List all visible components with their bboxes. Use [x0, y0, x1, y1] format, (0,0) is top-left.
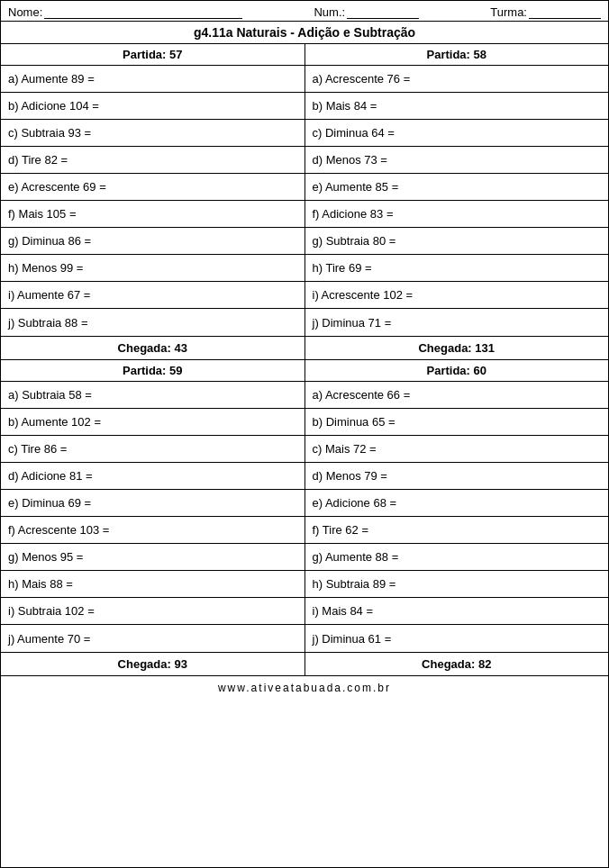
list-item: a) Acrescente 76 = [305, 66, 609, 93]
nome-underline [44, 5, 242, 19]
list-item: i) Subtraia 102 = [1, 598, 304, 625]
turma-underline [529, 5, 601, 19]
list-item: e) Diminua 69 = [1, 490, 304, 517]
chegada-2-col1: Chegada: 93 [1, 653, 305, 675]
list-item: b) Diminua 65 = [305, 409, 609, 436]
section2-col1: Partida: 59 a) Subtraia 58 = b) Aumente … [1, 360, 305, 652]
list-item: i) Mais 84 = [305, 598, 609, 625]
section2-col2: Partida: 60 a) Acrescente 66 = b) Diminu… [305, 360, 609, 652]
num-field: Num.: [314, 5, 419, 19]
list-item: f) Tire 62 = [305, 517, 609, 544]
turma-label: Turma: [490, 5, 527, 19]
list-item: c) Subtraia 93 = [1, 120, 304, 147]
chegada-row-1: Chegada: 43 Chegada: 131 [1, 337, 608, 360]
list-item: g) Subtraia 80 = [305, 228, 609, 255]
list-item: i) Acrescente 102 = [305, 282, 609, 309]
page-title: g4.11a Naturais - Adição e Subtração [1, 22, 608, 44]
page: Nome: Num.: Turma: g4.11a Naturais - Adi… [0, 0, 609, 868]
list-item: b) Mais 84 = [305, 93, 609, 120]
chegada-2-col2: Chegada: 82 [305, 653, 609, 675]
footer: www.ativeatabuada.com.br [1, 676, 608, 698]
list-item: d) Menos 73 = [305, 147, 609, 174]
list-item: b) Aumente 102 = [1, 409, 304, 436]
list-item: h) Subtraia 89 = [305, 571, 609, 598]
list-item: d) Adicione 81 = [1, 463, 304, 490]
list-item: j) Aumente 70 = [1, 625, 304, 652]
list-item: a) Subtraia 58 = [1, 382, 304, 409]
list-item: c) Mais 72 = [305, 436, 609, 463]
list-item: c) Tire 86 = [1, 436, 304, 463]
list-item: f) Adicione 83 = [305, 201, 609, 228]
list-item: g) Aumente 88 = [305, 544, 609, 571]
nome-label: Nome: [8, 5, 42, 19]
list-item: e) Adicione 68 = [305, 490, 609, 517]
turma-field: Turma: [490, 5, 601, 19]
section1-col1-partida: Partida: 57 [1, 44, 304, 66]
list-item: e) Aumente 85 = [305, 174, 609, 201]
section1-col2: Partida: 58 a) Acrescente 76 = b) Mais 8… [305, 44, 609, 336]
chegada-1-col1: Chegada: 43 [1, 337, 305, 359]
list-item: h) Tire 69 = [305, 255, 609, 282]
section2-col1-partida: Partida: 59 [1, 360, 304, 382]
list-item: j) Diminua 71 = [305, 309, 609, 336]
list-item: a) Aumente 89 = [1, 66, 304, 93]
nome-field: Nome: [8, 5, 242, 19]
list-item: a) Acrescente 66 = [305, 382, 609, 409]
section-2: Partida: 59 a) Subtraia 58 = b) Aumente … [1, 360, 608, 653]
list-item: g) Menos 95 = [1, 544, 304, 571]
list-item: i) Aumente 67 = [1, 282, 304, 309]
chegada-row-2: Chegada: 93 Chegada: 82 [1, 653, 608, 676]
list-item: f) Acrescente 103 = [1, 517, 304, 544]
num-label: Num.: [314, 5, 345, 19]
list-item: h) Menos 99 = [1, 255, 304, 282]
num-underline [347, 5, 419, 19]
list-item: d) Tire 82 = [1, 147, 304, 174]
list-item: j) Diminua 61 = [305, 625, 609, 652]
header: Nome: Num.: Turma: [1, 1, 608, 22]
list-item: h) Mais 88 = [1, 571, 304, 598]
list-item: e) Acrescente 69 = [1, 174, 304, 201]
section1-col2-partida: Partida: 58 [305, 44, 609, 66]
section-1: Partida: 57 a) Aumente 89 = b) Adicione … [1, 44, 608, 337]
section2-col2-partida: Partida: 60 [305, 360, 609, 382]
section1-col1: Partida: 57 a) Aumente 89 = b) Adicione … [1, 44, 305, 336]
chegada-1-col2: Chegada: 131 [305, 337, 609, 359]
list-item: b) Adicione 104 = [1, 93, 304, 120]
list-item: f) Mais 105 = [1, 201, 304, 228]
list-item: c) Diminua 64 = [305, 120, 609, 147]
list-item: g) Diminua 86 = [1, 228, 304, 255]
list-item: d) Menos 79 = [305, 463, 609, 490]
list-item: j) Subtraia 88 = [1, 309, 304, 336]
